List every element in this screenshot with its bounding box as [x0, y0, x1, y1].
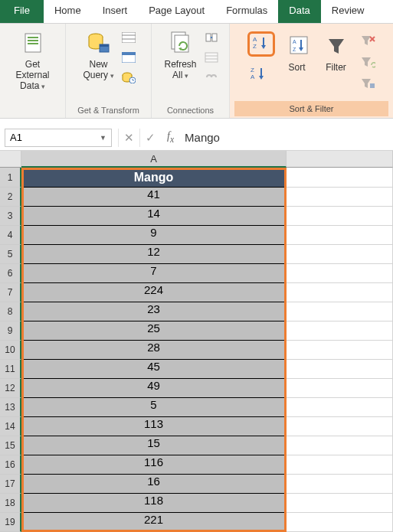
row-header[interactable]: 2	[0, 188, 21, 207]
filter-button[interactable]: Filter	[318, 30, 355, 76]
column-header-b[interactable]	[287, 151, 393, 168]
cell[interactable]: 49	[21, 379, 287, 398]
cell[interactable]	[287, 321, 393, 341]
row-header[interactable]: 11	[0, 360, 21, 379]
row-header[interactable]: 16	[0, 455, 21, 475]
row-header[interactable]: 17	[0, 475, 21, 494]
cell[interactable]	[287, 341, 393, 360]
cell[interactable]	[287, 417, 393, 436]
fx-icon[interactable]: fx	[161, 130, 180, 145]
new-query-button[interactable]: New Query	[78, 27, 118, 84]
cell[interactable]: 221	[21, 513, 287, 532]
row-header[interactable]: 10	[0, 341, 21, 360]
formula-input[interactable]	[180, 129, 393, 147]
svg-text:Z: Z	[251, 67, 254, 73]
row-header[interactable]: 12	[0, 379, 21, 398]
cell[interactable]	[287, 360, 393, 379]
refresh-all-button[interactable]: Refresh All	[159, 27, 201, 84]
menu-review[interactable]: Review	[321, 0, 375, 23]
cell[interactable]	[287, 475, 393, 494]
cell[interactable]	[287, 207, 393, 226]
cell[interactable]: 7	[21, 264, 287, 283]
cell[interactable]	[287, 436, 393, 455]
cell[interactable]	[287, 494, 393, 513]
menu-page-layout[interactable]: Page Layout	[138, 0, 215, 23]
cell[interactable]: Mango	[21, 168, 287, 188]
cell[interactable]: 41	[21, 188, 287, 207]
cell[interactable]	[287, 398, 393, 417]
cell[interactable]: 45	[21, 360, 287, 379]
menu-formulas[interactable]: Formulas	[215, 0, 278, 23]
cell[interactable]: 23	[21, 302, 287, 321]
show-queries-icon[interactable]	[120, 30, 137, 45]
cell[interactable]	[287, 226, 393, 245]
group-label-get-transform: Get & Transform	[70, 104, 146, 116]
cell[interactable]: 118	[21, 494, 287, 513]
svg-rect-1	[28, 37, 38, 38]
row-header[interactable]: 1	[0, 168, 21, 188]
sort-ascending-button[interactable]: AZ	[247, 31, 275, 57]
cell[interactable]: 16	[21, 475, 287, 494]
cell[interactable]	[287, 513, 393, 532]
group-get-transform: New Query Get & Transform	[66, 24, 152, 118]
sort-button[interactable]: AZ Sort	[280, 30, 315, 76]
cell[interactable]: 28	[21, 341, 287, 360]
cell[interactable]: 15	[21, 436, 287, 455]
from-table-icon[interactable]	[120, 50, 137, 65]
column-header-a[interactable]: A	[21, 151, 287, 168]
cancel-formula-icon[interactable]: ✕	[118, 129, 139, 147]
row-header[interactable]: 15	[0, 436, 21, 455]
cell[interactable]	[287, 188, 393, 207]
name-box[interactable]: A1 ▼	[5, 129, 112, 147]
row-header[interactable]: 4	[0, 226, 21, 245]
cell[interactable]: 25	[21, 321, 287, 341]
svg-rect-11	[122, 52, 136, 55]
menu-file[interactable]: File	[0, 0, 44, 23]
get-external-data-button[interactable]: Get External Data	[5, 27, 61, 95]
cell[interactable]	[287, 302, 393, 321]
row-header[interactable]: 19	[0, 513, 21, 532]
advanced-filter-icon[interactable]	[359, 76, 376, 91]
cell[interactable]: 12	[21, 245, 287, 264]
row-header[interactable]: 6	[0, 264, 21, 283]
row-header[interactable]: 5	[0, 245, 21, 264]
menu-data[interactable]: Data	[278, 0, 320, 23]
svg-marker-41	[362, 79, 371, 88]
clear-filter-icon[interactable]	[359, 33, 376, 48]
edit-links-icon[interactable]	[203, 70, 220, 85]
name-box-dropdown-icon[interactable]: ▼	[100, 134, 106, 142]
menu-insert[interactable]: Insert	[92, 0, 139, 23]
cell[interactable]: 9	[21, 226, 287, 245]
cell[interactable]	[287, 283, 393, 302]
cell[interactable]: 113	[21, 417, 287, 436]
group-label-sort-filter: Sort & Filter	[234, 101, 388, 116]
cell[interactable]	[287, 455, 393, 475]
cell[interactable]	[287, 264, 393, 283]
properties-icon[interactable]	[203, 50, 220, 65]
row-header[interactable]: 8	[0, 302, 21, 321]
cell[interactable]: 224	[21, 283, 287, 302]
sort-descending-button[interactable]: ZA	[247, 64, 275, 85]
row-header[interactable]: 13	[0, 398, 21, 417]
row-header[interactable]: 3	[0, 207, 21, 226]
enter-formula-icon[interactable]: ✓	[139, 129, 161, 147]
cell[interactable]	[287, 168, 393, 188]
row-header[interactable]: 7	[0, 283, 21, 302]
recent-sources-icon[interactable]	[120, 70, 137, 85]
cell[interactable]: 14	[21, 207, 287, 226]
connections-icon[interactable]	[203, 30, 220, 45]
row-header[interactable]: 14	[0, 417, 21, 436]
cell[interactable]: 5	[21, 398, 287, 417]
row-header[interactable]: 9	[0, 321, 21, 341]
cell[interactable]	[287, 379, 393, 398]
svg-marker-37	[362, 36, 371, 45]
get-external-data-label: Get External Data	[9, 59, 56, 92]
svg-rect-6	[100, 44, 109, 47]
reapply-filter-icon[interactable]	[359, 54, 376, 70]
cell[interactable]: 116	[21, 455, 287, 475]
sort-za-icon: ZA	[251, 66, 267, 81]
cell[interactable]	[287, 245, 393, 264]
row-header[interactable]: 18	[0, 494, 21, 513]
menu-home[interactable]: Home	[44, 0, 92, 23]
select-all-corner[interactable]	[0, 151, 21, 168]
